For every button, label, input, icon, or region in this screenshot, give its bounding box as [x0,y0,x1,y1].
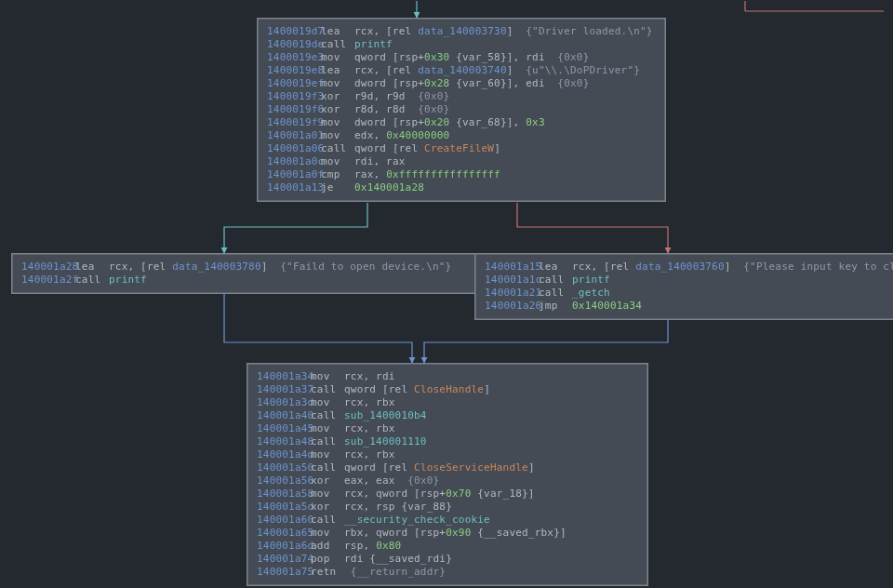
operands: __security_check_cookie [344,514,490,527]
asm-row[interactable]: 140001a13je0x140001a28 [267,181,656,194]
asm-row[interactable]: 140001a15learcx, [rel data_140003760] {"… [485,261,893,274]
asm-row[interactable]: 140001a75retn {__return_addr} [257,566,638,579]
operands: rcx, rbx [344,448,395,461]
symbol-ref: data_140003760 [635,261,725,273]
operands: r9d, r9d {0x0} [354,90,449,103]
mnemonic: call [311,461,344,474]
asm-row[interactable]: 1400019decallprintf [267,38,656,51]
mnemonic: mov [311,396,344,409]
asm-row[interactable]: 140001a50callqword [rel CloseServiceHand… [257,461,638,474]
mnemonic: mov [311,527,344,540]
mnemonic: lea [75,261,109,274]
asm-row[interactable]: 1400019f3xorr9d, r9d {0x0} [267,90,656,103]
operands: rcx, [rel data_140003780] {"Faild to ope… [109,261,451,274]
mnemonic: xor [321,90,354,103]
address: 1400019d7 [267,25,321,38]
asm-row[interactable]: 140001a0cmovrdi, rax [267,155,656,168]
symbol-ref: CreateFileW [424,142,494,154]
asm-row[interactable]: 140001a40callsub_1400010b4 [257,409,638,422]
asm-row[interactable]: 140001a65movrbx, qword [rsp+0x90 {__save… [257,527,638,540]
mnemonic: lea [321,64,354,77]
asm-row[interactable]: 140001a1ccallprintf [485,274,893,287]
asm-row[interactable]: 140001a37callqword [rel CloseHandle] [257,383,638,396]
operands: eax, eax {0x0} [344,474,439,488]
mnemonic: jmp [539,300,572,313]
disassembly-graph[interactable]: 1400019d7learcx, [rel data_140003730] {"… [0,0,893,588]
symbol-ref: printf [572,274,610,286]
asm-row[interactable]: 140001a3dmovrcx, rbx [257,396,638,409]
address: 140001a0c [267,155,321,168]
asm-row[interactable]: 140001a74poprdi {__saved_rdi} [257,553,638,566]
address: 140001a45 [257,422,311,435]
operands: qword [rel CloseHandle] [344,383,490,396]
asm-row[interactable]: 140001a2fcallprintf [21,274,475,287]
asm-row[interactable]: 1400019efmovdword [rsp+0x28 {var_60}], e… [267,77,656,90]
address: 140001a0f [267,168,321,181]
asm-row[interactable]: 1400019e8learcx, [rel data_140003740] {u… [267,64,656,77]
asm-row[interactable]: 140001a6daddrsp, 0x80 [257,540,638,553]
asm-row[interactable]: 140001a28learcx, [rel data_140003780] {"… [21,261,475,274]
operands: r8d, r8d {0x0} [354,103,449,116]
asm-row[interactable]: 140001a48callsub_140001110 [257,435,638,448]
asm-row[interactable]: 140001a34movrcx, rdi [257,370,638,383]
asm-row[interactable]: 140001a45movrcx, rbx [257,422,638,435]
address: 140001a58 [257,488,311,501]
address: 1400019e8 [267,64,321,77]
symbol-ref: sub_140001110 [344,435,427,448]
asm-row[interactable]: 1400019e3movqword [rsp+0x30 {var_58}], r… [267,51,656,64]
address: 140001a56 [257,474,311,488]
operands: qword [rel CloseServiceHandle] [344,461,535,474]
operands: qword [rsp+0x30 {var_58}], rdi {0x0} [354,51,589,64]
mnemonic: mov [311,370,344,383]
mnemonic: call [75,274,109,287]
address: 140001a3d [257,396,311,409]
address: 140001a4d [257,448,311,461]
asm-row[interactable]: 140001a58movrcx, qword [rsp+0x70 {var_18… [257,488,638,501]
mnemonic: mov [311,488,344,501]
basic-block-ok-open[interactable]: 140001a15learcx, [rel data_140003760] {"… [474,253,893,320]
basic-block-cleanup[interactable]: 140001a34movrcx, rdi140001a37callqword [… [247,363,648,586]
asm-row[interactable]: 1400019f6xorr8d, r8d {0x0} [267,103,656,116]
operands: 0x140001a28 [354,181,424,194]
address: 140001a5d [257,501,311,514]
symbol-ref: data_140003780 [172,261,261,273]
asm-row[interactable]: 140001a60call__security_check_cookie [257,514,638,527]
operands: rdi, rax [354,155,406,168]
operands: rcx, [rel data_140003760] {"Please input… [572,261,893,274]
address: 140001a1c [485,274,539,287]
operands: printf [109,274,147,287]
mnemonic: call [311,514,344,527]
asm-row[interactable]: 140001a4dmovrcx, rbx [257,448,638,461]
operands: rcx, rdi [344,370,395,383]
asm-row[interactable]: 1400019f9movdword [rsp+0x20 {var_68}], 0… [267,116,656,129]
asm-row[interactable]: 140001a26jmp0x140001a34 [485,300,893,313]
asm-row[interactable]: 140001a0fcmprax, 0xffffffffffffffff [267,168,656,181]
address: 140001a65 [257,527,311,540]
address: 140001a37 [257,383,311,396]
address: 1400019f9 [267,116,321,129]
mnemonic: call [311,409,344,422]
address: 1400019e3 [267,51,321,64]
symbol-ref: CloseServiceHandle [414,461,528,474]
operands: rcx, [rel data_140003730] {"Driver loade… [354,25,653,38]
symbol-ref: __security_check_cookie [344,514,490,526]
basic-block-entry[interactable]: 1400019d7learcx, [rel data_140003730] {"… [257,18,666,202]
operands: rcx, rbx [344,422,395,435]
symbol-ref: _getch [572,287,610,299]
asm-row[interactable]: 140001a01movedx, 0x40000000 [267,129,656,142]
symbol-ref: sub_1400010b4 [344,409,427,421]
address: 140001a28 [21,261,75,274]
asm-row[interactable]: 140001a06callqword [rel CreateFileW] [267,142,656,155]
mnemonic: call [311,383,344,396]
address: 140001a34 [257,370,311,383]
asm-row[interactable]: 1400019d7learcx, [rel data_140003730] {"… [267,25,656,38]
operands: qword [rel CreateFileW] [354,142,500,155]
address: 140001a2f [21,274,75,287]
address: 140001a21 [485,287,539,300]
asm-row[interactable]: 140001a56xoreax, eax {0x0} [257,474,638,488]
operands: dword [rsp+0x20 {var_68}], 0x3 [354,116,545,129]
mnemonic: retn [311,566,344,579]
asm-row[interactable]: 140001a21call_getch [485,287,893,300]
basic-block-fail-open[interactable]: 140001a28learcx, [rel data_140003780] {"… [11,253,486,294]
asm-row[interactable]: 140001a5dxorrcx, rsp {var_88} [257,501,638,514]
